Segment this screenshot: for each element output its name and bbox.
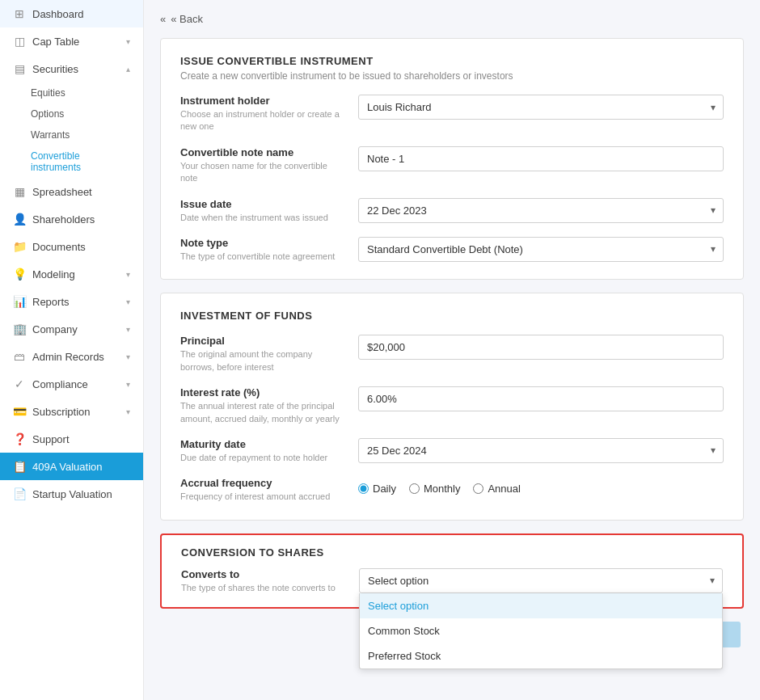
accrual-frequency-row: Accrual frequency Frequency of interest …	[180, 477, 724, 503]
back-label: « Back	[171, 13, 203, 25]
sidebar-item-securities[interactable]: ▤ Securities ▴	[0, 55, 143, 82]
sidebar: ⊞ Dashboard ◫ Cap Table ▾ ▤ Securities ▴…	[0, 0, 144, 700]
chevron-down-icon: ▾	[126, 270, 130, 279]
chevron-up-icon: ▴	[126, 65, 130, 74]
sidebar-item-support[interactable]: ❓ Support	[0, 425, 143, 453]
sidebar-item-modeling[interactable]: 💡 Modeling ▾	[0, 260, 143, 288]
investment-funds-card: INVESTMENT OF FUNDS Principal The origin…	[160, 293, 744, 520]
modeling-icon: 💡	[13, 268, 26, 280]
instrument-holder-row: Instrument holder Choose an instrument h…	[180, 95, 724, 133]
sidebar-item-convertible-instruments[interactable]: Convertible instruments	[31, 145, 143, 178]
sidebar-item-label: Shareholders	[32, 213, 95, 226]
converts-to-row: Converts to The type of shares the note …	[181, 568, 723, 594]
chevron-down-icon: ▾	[126, 297, 130, 306]
back-link[interactable]: « « Back	[160, 13, 744, 25]
note-type-row: Note type The type of convertible note a…	[180, 237, 724, 263]
issue-instrument-card: ISSUE CONVERTIBLE INSTRUMENT Create a ne…	[160, 38, 744, 280]
radio-daily-text: Daily	[373, 483, 396, 495]
maturity-date-row: Maturity date Due date of repayment to n…	[180, 438, 724, 464]
converts-to-control: Select option Common Stock Preferred Sto…	[359, 568, 723, 593]
radio-annual-label[interactable]: Annual	[473, 483, 520, 495]
sidebar-item-label: Dashboard	[32, 8, 84, 20]
dropdown-option-common-stock[interactable]: Common Stock	[360, 618, 722, 643]
note-name-hint: Your chosen name for the convertible not…	[180, 160, 342, 185]
issue-date-select[interactable]: 22 Dec 2023	[358, 198, 724, 223]
radio-monthly[interactable]	[409, 483, 420, 494]
conversion-section-card: CONVERSION TO SHARES Converts to The typ…	[160, 533, 744, 609]
interest-rate-input[interactable]	[358, 386, 724, 411]
sidebar-item-label: 409A Valuation	[32, 461, 103, 473]
note-type-hint: The type of convertible note agreement	[180, 251, 342, 263]
company-icon: 🏢	[13, 323, 26, 335]
radio-annual[interactable]	[473, 483, 483, 494]
converts-to-select-wrapper: Select option Common Stock Preferred Sto…	[359, 568, 723, 593]
sidebar-item-startup-valuation[interactable]: 📄 Startup Valuation	[0, 480, 143, 508]
sidebar-item-label: Support	[32, 433, 70, 445]
radio-daily[interactable]	[358, 483, 369, 494]
instrument-holder-label: Instrument holder	[180, 95, 342, 107]
conversion-title: CONVERSION TO SHARES	[181, 546, 723, 559]
chevron-down-icon: ▾	[126, 352, 130, 361]
sidebar-item-warrants[interactable]: Warrants	[31, 124, 143, 145]
sidebar-item-label: Admin Records	[32, 351, 104, 363]
sidebar-item-company[interactable]: 🏢 Company ▾	[0, 315, 143, 343]
sidebar-item-label: Subscription	[32, 406, 91, 418]
securities-icon: ▤	[13, 62, 26, 75]
sidebar-item-compliance[interactable]: ✓ Compliance ▾	[0, 370, 143, 398]
sidebar-item-reports[interactable]: 📊 Reports ▾	[0, 288, 143, 315]
sidebar-item-spreadsheet[interactable]: ▦ Spreadsheet	[0, 178, 143, 205]
maturity-date-select[interactable]: 25 Dec 2024	[358, 438, 724, 463]
sidebar-item-dashboard[interactable]: ⊞ Dashboard	[0, 0, 143, 27]
issue-instrument-header: ISSUE CONVERTIBLE INSTRUMENT Create a ne…	[180, 55, 724, 82]
sidebar-item-cap-table[interactable]: ◫ Cap Table ▾	[0, 27, 143, 55]
radio-monthly-text: Monthly	[424, 483, 461, 495]
dropdown-option-preferred-stock[interactable]: Preferred Stock	[360, 643, 722, 668]
sidebar-item-options[interactable]: Options	[31, 103, 143, 124]
issue-date-hint: Date when the instrument was issued	[180, 212, 342, 224]
sidebar-item-label: Securities	[32, 63, 78, 75]
principal-hint: The original amount the company borrows,…	[180, 348, 342, 373]
chevron-down-icon: ▾	[126, 325, 130, 334]
sidebar-item-label: Reports	[32, 296, 70, 308]
sidebar-item-admin-records[interactable]: 🗃 Admin Records ▾	[0, 343, 143, 370]
radio-daily-label[interactable]: Daily	[358, 483, 396, 495]
sidebar-item-label: Cap Table	[32, 36, 79, 48]
dashboard-icon: ⊞	[13, 7, 26, 20]
sidebar-item-label: Compliance	[32, 378, 88, 390]
note-name-input[interactable]	[358, 146, 724, 171]
cap-table-icon: ◫	[13, 35, 26, 48]
sidebar-item-subscription[interactable]: 💳 Subscription ▾	[0, 398, 143, 425]
issue-instrument-title: ISSUE CONVERTIBLE INSTRUMENT	[180, 55, 724, 67]
maturity-date-hint: Due date of repayment to note holder	[180, 452, 342, 464]
sidebar-item-shareholders[interactable]: 👤 Shareholders	[0, 205, 143, 233]
main-content: « « Back ISSUE CONVERTIBLE INSTRUMENT Cr…	[144, 0, 760, 700]
note-type-select[interactable]: Standard Convertible Debt (Note)	[358, 237, 724, 262]
converts-to-select[interactable]: Select option Common Stock Preferred Sto…	[359, 568, 723, 593]
sidebar-item-409a-valuation[interactable]: 📋 409A Valuation	[0, 453, 143, 480]
documents-icon: 📁	[13, 240, 26, 253]
chevron-down-icon: ▾	[126, 380, 130, 389]
instrument-holder-select[interactable]: Louis Richard	[358, 95, 724, 120]
investment-funds-title: INVESTMENT OF FUNDS	[180, 310, 724, 322]
converts-to-dropdown: Select option Common Stock Preferred Sto…	[359, 593, 723, 669]
support-icon: ❓	[13, 432, 26, 445]
issue-date-select-wrapper: 22 Dec 2023	[358, 198, 724, 223]
shareholders-icon: 👤	[13, 213, 26, 226]
issue-date-row: Issue date Date when the instrument was …	[180, 198, 724, 224]
interest-rate-hint: The annual interest rate of the principa…	[180, 400, 342, 425]
issue-date-label: Issue date	[180, 198, 342, 210]
investment-funds-header: INVESTMENT OF FUNDS	[180, 310, 724, 322]
principal-input[interactable]	[358, 335, 724, 360]
maturity-date-label: Maturity date	[180, 438, 342, 450]
dropdown-option-select[interactable]: Select option	[360, 593, 722, 618]
converts-to-label: Converts to	[181, 568, 343, 580]
sidebar-sub-securities: Equities Options Warrants Convertible in…	[0, 82, 143, 178]
sidebar-item-label: Documents	[32, 241, 86, 253]
sidebar-item-documents[interactable]: 📁 Documents	[0, 233, 143, 260]
subscription-icon: 💳	[13, 405, 26, 418]
chevron-down-icon: ▾	[126, 407, 130, 416]
radio-monthly-label[interactable]: Monthly	[409, 483, 461, 495]
maturity-date-select-wrapper: 25 Dec 2024	[358, 438, 724, 463]
sidebar-item-equities[interactable]: Equities	[31, 82, 143, 103]
principal-label: Principal	[180, 335, 342, 347]
